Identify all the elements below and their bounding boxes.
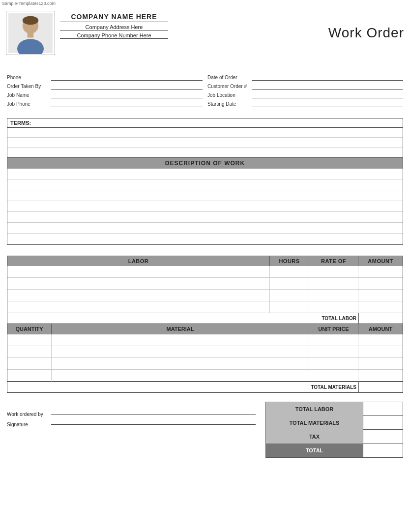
labor-rate-3[interactable] [309,290,358,301]
labor-header-row: LABOR HOURS RATE OF AMOUNT [7,256,403,266]
totals-tax-value[interactable] [363,430,403,443]
signature-row: Signature [7,422,256,427]
header-section: COMPANY NAME HERE Company Address Here C… [0,7,410,59]
mat-desc-3[interactable] [52,358,309,370]
mat-data-row-1 [7,334,403,346]
work-ordered-input[interactable] [51,414,256,414]
labor-hours-4[interactable] [270,301,309,313]
order-taken-input[interactable] [51,83,203,89]
terms-row-3 [7,148,403,157]
mat-qty-4[interactable] [7,370,52,382]
labor-amount-1[interactable] [358,266,403,278]
totals-table: TOTAL LABOR TOTAL MATERIALS TAX TOTAL [265,402,403,458]
terms-rows [7,127,403,157]
mat-data-row-4 [7,370,403,382]
labor-col-labor: LABOR [7,256,270,266]
labor-total-label: TOTAL LABOR [265,316,358,321]
mat-desc-1[interactable] [52,334,309,346]
labor-amount-2[interactable] [358,278,403,290]
labor-hours-1[interactable] [270,266,309,278]
desc-row-2 [7,179,403,190]
mat-unit-4[interactable] [309,370,358,382]
labor-amount-4[interactable] [358,301,403,313]
totals-labor-value[interactable] [363,402,403,416]
customer-order-label: Customer Order # [207,84,252,89]
description-section: DESCRIPTION OF WORK [7,158,403,245]
starting-date-input[interactable] [252,100,403,107]
mat-desc-4[interactable] [52,370,309,382]
form-row-job-name: Job Name [7,91,203,98]
mat-data-row-2 [7,346,403,358]
mat-amount-3[interactable] [358,358,403,370]
company-info: COMPANY NAME HERE Company Address Here C… [60,11,168,41]
mat-amount-2[interactable] [358,346,403,358]
mat-col-unit: UNIT PRICE [309,324,358,334]
phone-input[interactable] [51,74,203,81]
date-label: Date of Order [207,75,252,80]
job-name-input[interactable] [51,91,203,98]
svg-point-2 [23,16,38,25]
mat-col-amount: AMOUNT [358,324,403,334]
mat-col-material: MATERIAL [52,324,309,334]
mat-unit-1[interactable] [309,334,358,346]
signature-input[interactable] [51,424,256,425]
labor-data-row-2 [7,278,403,290]
job-phone-input[interactable] [51,100,203,107]
labor-amount-3[interactable] [358,290,403,301]
mat-qty-3[interactable] [7,358,52,370]
labor-desc-2[interactable] [7,278,270,290]
desc-row-4 [7,201,403,212]
desc-rows [7,169,403,244]
watermark: Sample-Templates123.com [0,0,410,7]
terms-section: TERMS: [7,118,403,158]
customer-order-input[interactable] [252,83,403,89]
labor-hours-2[interactable] [270,278,309,290]
form-row-job-location: Job Location [207,91,403,98]
mat-unit-2[interactable] [309,346,358,358]
terms-row-1 [7,128,403,138]
signature-label: Signature [7,422,51,427]
desc-row-3 [7,190,403,201]
form-row-phone: Phone [7,74,203,81]
labor-rate-4[interactable] [309,301,358,313]
form-row-starting-date: Starting Date [207,100,403,107]
job-phone-label: Job Phone [7,101,51,107]
form-right: Date of Order Customer Order # Job Locat… [207,74,403,109]
desc-row-7 [7,234,403,244]
logo-box [6,11,55,55]
job-location-input[interactable] [252,91,403,98]
labor-hours-3[interactable] [270,290,309,301]
totals-materials-value[interactable] [363,416,403,430]
company-name: COMPANY NAME HERE [60,13,168,22]
order-taken-label: Order Taken By [7,84,51,89]
company-phone: Company Phone Number Here [60,32,168,39]
totals-total-value[interactable] [363,443,403,457]
mat-amount-1[interactable] [358,334,403,346]
desc-header: DESCRIPTION OF WORK [7,158,403,169]
totals-row-tax: TAX [266,430,403,443]
labor-col-hours: HOURS [270,256,309,266]
totals-row-total: TOTAL [266,443,403,457]
date-input[interactable] [252,74,403,81]
mat-data-row-3 [7,358,403,370]
starting-date-label: Starting Date [207,101,252,107]
materials-header-row: QUANTITY MATERIAL UNIT PRICE AMOUNT [7,324,403,334]
labor-desc-1[interactable] [7,266,270,278]
labor-desc-4[interactable] [7,301,270,313]
mat-total-value[interactable] [358,382,403,393]
labor-desc-3[interactable] [7,290,270,301]
mat-total-label: TOTAL MATERIALS [260,384,358,390]
totals-row-materials: TOTAL MATERIALS [266,416,403,430]
mat-desc-2[interactable] [52,346,309,358]
mat-qty-2[interactable] [7,346,52,358]
work-ordered-label: Work ordered by [7,412,51,417]
mat-unit-3[interactable] [309,358,358,370]
labor-total-value[interactable] [358,313,403,324]
labor-rate-2[interactable] [309,278,358,290]
mat-qty-1[interactable] [7,334,52,346]
company-address: Company Address Here [60,24,168,30]
mat-total-row: TOTAL MATERIALS [7,382,403,392]
mat-amount-4[interactable] [358,370,403,382]
form-left: Phone Order Taken By Job Name Job Phone [7,74,203,109]
labor-rate-1[interactable] [309,266,358,278]
